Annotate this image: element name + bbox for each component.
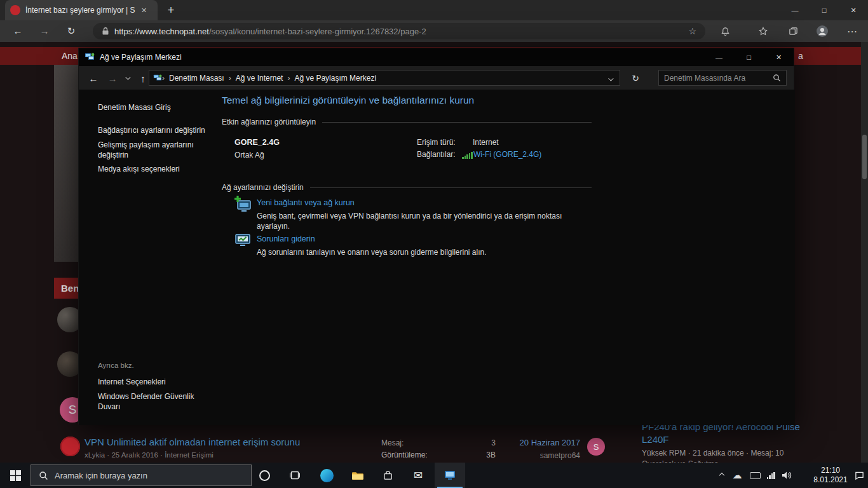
sidebar-item-home[interactable]: Denetim Masası Giriş [98, 102, 171, 112]
browser-window-controls: — □ ✕ [780, 0, 868, 20]
sidebar-item-advanced-sharing[interactable]: Gelişmiş paylaşım ayarlarını değiştirin [98, 140, 205, 160]
new-tab-button[interactable]: + [163, 3, 179, 19]
tab-close-icon[interactable]: ✕ [141, 6, 147, 15]
store-button[interactable] [372, 463, 403, 488]
edge-taskbar-button[interactable] [311, 463, 342, 488]
see-also-internet-options[interactable]: Internet Seçenekleri [98, 377, 166, 387]
section-active-networks: Etkin ağlarınızı görüntüleyin [222, 118, 592, 126]
browser-refresh-button[interactable]: ↻ [64, 25, 79, 37]
thread-last-post-date[interactable]: 20 Haziran 2017 [501, 438, 580, 447]
onedrive-icon[interactable]: ☁ [729, 463, 745, 488]
nav-back-button[interactable]: ← [85, 70, 102, 86]
taskbar-search-input[interactable] [55, 471, 243, 480]
control-panel-taskbar-button[interactable] [435, 463, 465, 488]
control-panel-app-icon [444, 470, 456, 481]
mail-button[interactable]: ✉ [403, 463, 433, 488]
thread-meta: xLykia · 25 Aralık 2016 · İnternet Erişi… [85, 451, 214, 459]
new-connection-link[interactable]: Yeni bağlantı veya ağ kurun [257, 198, 355, 207]
access-type-value: Internet [473, 138, 499, 147]
sidebar-item-media-streaming[interactable]: Medya akışı seçenekleri [98, 164, 180, 174]
browser-maximize-button[interactable]: □ [810, 0, 839, 20]
window-controls: — □ ✕ [704, 48, 794, 66]
control-panel-search[interactable] [658, 70, 787, 86]
task-view-button[interactable] [280, 463, 310, 488]
browser-back-button[interactable]: ← [10, 25, 25, 37]
connections-label: Bağlantılar: [417, 150, 456, 159]
network-type: Ortak Ağ [234, 151, 264, 159]
window-maximize-button[interactable]: □ [734, 48, 764, 66]
breadcrumb-dropdown-icon[interactable] [604, 72, 616, 84]
page-title: Temel ağ bilgilerinizi görüntüleyin ve b… [222, 95, 474, 106]
last-poster-avatar[interactable]: S [587, 438, 605, 456]
url-domain: https://www.technopat.net [114, 27, 209, 36]
control-panel-icon [153, 74, 162, 83]
lock-icon [102, 27, 109, 36]
tray-expand-chevron-icon[interactable] [715, 463, 728, 488]
touch-keyboard-icon[interactable] [747, 463, 763, 488]
cortana-button[interactable] [249, 463, 280, 488]
taskbar-search[interactable] [31, 464, 252, 486]
breadcrumb-item-network-sharing[interactable]: Ağ ve Paylaşım Merkezi [290, 74, 381, 83]
sidebar-thread-meta: Yüksek RPM · 21 dakika önce · Mesaj: 10 [642, 449, 783, 458]
favorite-star-icon[interactable]: ☆ [688, 26, 696, 36]
thread-title-link[interactable]: VPN Unlimited aktif olmadan internet eri… [85, 437, 300, 447]
control-panel-body: Denetim Masası Giriş Bağdaştırıcı ayarla… [79, 90, 795, 425]
similar-threads-heading: Ben [54, 278, 78, 299]
explorer-toolbar: ← → ↑ › Denetim Masası › Ağ ve Internet … [79, 66, 794, 90]
profile-image-edge [54, 65, 78, 262]
notifications-bell-icon[interactable] [718, 25, 732, 37]
breadcrumb-item-control-panel[interactable]: Denetim Masası [165, 74, 229, 83]
window-minimize-button[interactable]: — [704, 48, 734, 66]
screen: İnternet bazı şeylere girmiyor | S ✕ + —… [0, 0, 868, 488]
network-tray-icon[interactable] [764, 463, 778, 488]
new-connection-description: Geniş bant, çevirmeli veya VPN bağlantıs… [257, 211, 593, 231]
site-favicon-icon [10, 5, 20, 15]
see-also-defender-firewall[interactable]: Windows Defender Güvenlik Duvarı [98, 391, 205, 412]
page-scrollbar[interactable] [861, 42, 868, 463]
start-button[interactable] [0, 463, 31, 488]
collections-icon[interactable] [786, 25, 800, 37]
search-input[interactable] [664, 74, 773, 83]
clock-date: 8.01.2021 [808, 475, 853, 485]
window-title-bar[interactable]: Ağ ve Paylaşım Merkezi — □ ✕ [79, 48, 794, 66]
action-center-button[interactable] [851, 463, 867, 488]
url-path: /sosyal/konu/internet-bazi-seylere-girmi… [209, 27, 426, 36]
nav-history-dropdown-icon[interactable] [122, 70, 132, 86]
clock-time: 21:10 [808, 466, 853, 475]
taskbar-clock[interactable]: 21:10 8.01.2021 [808, 466, 853, 485]
breadcrumb[interactable]: › Denetim Masası › Ağ ve Internet › Ağ v… [149, 70, 620, 86]
thread-last-poster[interactable]: sametpro64 [501, 451, 580, 460]
file-explorer-icon [351, 471, 363, 480]
network-window-icon [85, 52, 95, 62]
taskbar: ✉ ☁ 21:10 8.01.2021 [0, 463, 868, 488]
browser-close-button[interactable]: ✕ [839, 0, 868, 20]
wifi-connection-link[interactable]: Wi-Fi (GORE_2.4G) [473, 150, 541, 159]
sidebar-item-adapter-settings[interactable]: Bağdaştırıcı ayarlarını değiştirin [98, 125, 205, 135]
browser-menu-icon[interactable]: ⋯ [845, 25, 859, 37]
profile-avatar[interactable] [815, 25, 829, 37]
section-change-settings: Ağ ayarlarınızı değiştirin [222, 183, 592, 192]
nav-forward-button[interactable]: → [104, 70, 121, 86]
address-bar-input[interactable]: https://www.technopat.net/sosyal/konu/in… [93, 23, 705, 39]
file-explorer-button[interactable] [342, 463, 372, 488]
edge-icon [320, 469, 334, 482]
browser-tab[interactable]: İnternet bazı şeylere girmiyor | S ✕ [5, 0, 158, 20]
refresh-button[interactable]: ↻ [625, 70, 646, 86]
browser-forward-button[interactable]: → [37, 25, 52, 37]
browser-minimize-button[interactable]: — [780, 0, 810, 20]
troubleshoot-link[interactable]: Sorunları giderin [257, 234, 315, 243]
favorites-hub-icon[interactable] [756, 25, 770, 37]
see-also-heading: Ayrıca bkz. [98, 362, 134, 369]
thread-author-avatar[interactable] [60, 437, 80, 456]
window-title: Ağ ve Paylaşım Merkezi [100, 53, 182, 62]
volume-icon[interactable] [779, 463, 794, 488]
scrollbar-thumb[interactable] [862, 135, 867, 179]
window-close-button[interactable]: ✕ [764, 48, 794, 66]
breadcrumb-item-network-internet[interactable]: Ağ ve Internet [231, 74, 288, 83]
control-panel-main: Temel ağ bilgilerinizi görüntüleyin ve b… [222, 90, 592, 425]
site-nav-item[interactable]: Ana [62, 47, 78, 65]
network-sharing-center-window: Ağ ve Paylaşım Merkezi — □ ✕ ← → ↑ › Den… [78, 48, 794, 424]
store-bag-icon [383, 470, 393, 481]
network-name: GORE_2.4G [234, 138, 280, 147]
search-icon [39, 471, 48, 480]
